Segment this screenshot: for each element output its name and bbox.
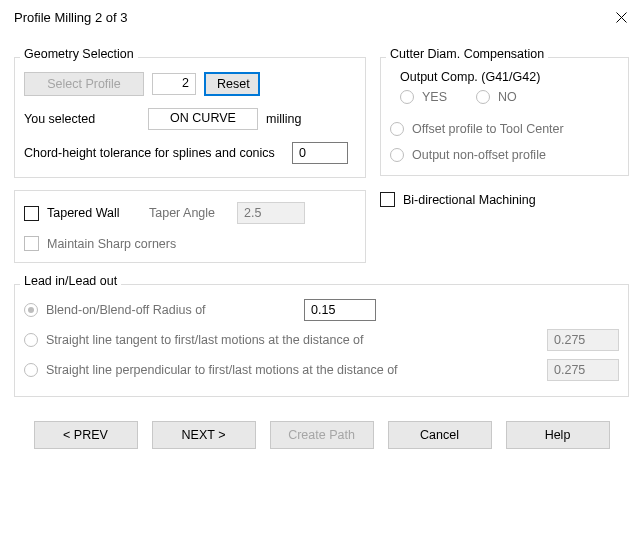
- output-comp-yes-label: YES: [422, 90, 468, 104]
- maintain-sharp-label: Maintain Sharp corners: [47, 237, 176, 251]
- create-path-button[interactable]: Create Path: [270, 421, 374, 449]
- tangent-radio[interactable]: [24, 333, 38, 347]
- tangent-distance-input[interactable]: [547, 329, 619, 351]
- taper-angle-input[interactable]: [237, 202, 305, 224]
- lead-group: Lead in/Lead out Blend-on/Blend-off Radi…: [14, 277, 629, 397]
- titlebar: Profile Milling 2 of 3: [0, 0, 643, 34]
- close-icon: [616, 12, 627, 23]
- maintain-sharp-checkbox[interactable]: [24, 236, 39, 251]
- cancel-button[interactable]: Cancel: [388, 421, 492, 449]
- geometry-group-title: Geometry Selection: [20, 47, 138, 61]
- on-curve-display: ON CURVE: [148, 108, 258, 130]
- lead-group-title: Lead in/Lead out: [20, 274, 121, 288]
- tapered-wall-checkbox[interactable]: [24, 206, 39, 221]
- reset-button[interactable]: Reset: [204, 72, 260, 96]
- cutter-compensation-group: Cutter Diam. Compensation Output Comp. (…: [380, 50, 629, 176]
- tapered-wall-label: Tapered Wall: [47, 206, 141, 220]
- tangent-label: Straight line tangent to first/last moti…: [46, 333, 539, 347]
- output-nonoffset-label: Output non-offset profile: [412, 148, 546, 162]
- geometry-selection-group: Geometry Selection Select Profile 2 Rese…: [14, 50, 366, 178]
- perpendicular-radio[interactable]: [24, 363, 38, 377]
- compensation-group-title: Cutter Diam. Compensation: [386, 47, 548, 61]
- select-profile-button[interactable]: Select Profile: [24, 72, 144, 96]
- perpendicular-label: Straight line perpendicular to first/las…: [46, 363, 539, 377]
- output-comp-no-radio[interactable]: [476, 90, 490, 104]
- footer-buttons: < PREV NEXT > Create Path Cancel Help: [14, 421, 629, 449]
- chord-tolerance-label: Chord-height tolerance for splines and c…: [24, 145, 284, 161]
- close-button[interactable]: [599, 0, 643, 34]
- blend-label: Blend-on/Blend-off Radius of: [46, 303, 304, 317]
- bi-directional-label: Bi-directional Machining: [403, 193, 536, 207]
- output-comp-no-label: NO: [498, 90, 517, 104]
- prev-button[interactable]: < PREV: [34, 421, 138, 449]
- next-button[interactable]: NEXT >: [152, 421, 256, 449]
- perpendicular-distance-input[interactable]: [547, 359, 619, 381]
- output-nonoffset-radio[interactable]: [390, 148, 404, 162]
- bi-directional-checkbox[interactable]: [380, 192, 395, 207]
- you-selected-label: You selected: [24, 112, 140, 126]
- offset-profile-label: Offset profile to Tool Center: [412, 122, 564, 136]
- blend-radio[interactable]: [24, 303, 38, 317]
- blend-radius-input[interactable]: [304, 299, 376, 321]
- output-comp-label: Output Comp. (G41/G42): [390, 70, 619, 84]
- tapered-wall-group: Tapered Wall Taper Angle Maintain Sharp …: [14, 190, 366, 263]
- profile-count-field: 2: [152, 73, 196, 95]
- chord-tolerance-input[interactable]: [292, 142, 348, 164]
- window-title: Profile Milling 2 of 3: [14, 10, 127, 25]
- help-button[interactable]: Help: [506, 421, 610, 449]
- taper-angle-label: Taper Angle: [149, 206, 229, 220]
- output-comp-yes-radio[interactable]: [400, 90, 414, 104]
- milling-label: milling: [266, 112, 301, 126]
- offset-profile-radio[interactable]: [390, 122, 404, 136]
